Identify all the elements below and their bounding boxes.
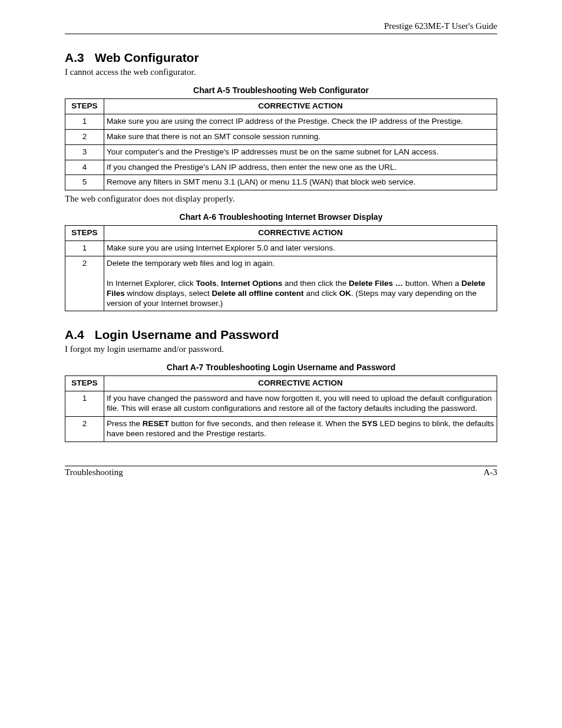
footer: Troubleshooting A-3 <box>65 466 497 477</box>
section-a3-intro: I cannot access the web configurator. <box>65 67 497 77</box>
step-number: 2 <box>65 129 104 144</box>
page: Prestige 623ME-T User's Guide A.3Web Con… <box>0 0 562 728</box>
step-number: 3 <box>65 144 104 160</box>
corrective-action: If you have changed the password and hav… <box>104 391 497 417</box>
corrective-action: Make sure you are using Internet Explore… <box>104 241 497 256</box>
section-a4-heading: A.4Login Username and Password <box>65 328 497 342</box>
section-a4-intro: I forgot my login username and/or passwo… <box>65 344 497 354</box>
step-number: 1 <box>65 391 104 417</box>
chart-a7-table: STEPS CORRECTIVE ACTION 1If you have cha… <box>65 375 497 442</box>
step-number: 2 <box>65 417 104 442</box>
table-header-row: STEPS CORRECTIVE ACTION <box>65 226 497 241</box>
table-header-row: STEPS CORRECTIVE ACTION <box>65 99 497 114</box>
chart-a6-body: 1Make sure you are using Internet Explor… <box>65 241 497 311</box>
corrective-action: If you changed the Prestige's LAN IP add… <box>104 160 497 175</box>
running-head: Prestige 623ME-T User's Guide <box>65 21 497 31</box>
section-a4-title: Login Username and Password <box>95 328 279 341</box>
chart-a5-body: 1Make sure you are using the correct IP … <box>65 114 497 190</box>
col-action: CORRECTIVE ACTION <box>104 226 497 241</box>
table-row: 5Remove any filters in SMT menu 3.1 (LAN… <box>65 175 497 190</box>
step-number: 4 <box>65 160 104 175</box>
col-action: CORRECTIVE ACTION <box>104 99 497 114</box>
section-a3-number: A.3 <box>65 51 84 65</box>
section-a3-postnote: The web configurator does not display pr… <box>65 194 497 204</box>
header-rule <box>65 34 497 34</box>
col-steps: STEPS <box>65 226 104 241</box>
table-row: 3Your computer's and the Prestige's IP a… <box>65 144 497 160</box>
step-number: 1 <box>65 114 104 129</box>
table-row: 2Press the RESET button for five seconds… <box>65 417 497 442</box>
col-action: CORRECTIVE ACTION <box>104 376 497 391</box>
section-a3-heading: A.3Web Configurator <box>65 51 497 65</box>
chart-a5-table: STEPS CORRECTIVE ACTION 1Make sure you a… <box>65 98 497 190</box>
section-a3-title: Web Configurator <box>95 51 199 64</box>
col-steps: STEPS <box>65 376 104 391</box>
footer-rule <box>65 466 497 466</box>
corrective-action: Delete the temporary web files and log i… <box>104 256 497 311</box>
col-steps: STEPS <box>65 99 104 114</box>
table-header-row: STEPS CORRECTIVE ACTION <box>65 376 497 391</box>
corrective-action: Your computer's and the Prestige's IP ad… <box>104 144 497 160</box>
step-number: 1 <box>65 241 104 256</box>
chart-a7-title: Chart A-7 Troubleshooting Login Username… <box>65 363 497 372</box>
corrective-action: Remove any filters in SMT menu 3.1 (LAN)… <box>104 175 497 190</box>
chart-a7-body: 1If you have changed the password and ha… <box>65 391 497 442</box>
corrective-action: Make sure you are using the correct IP a… <box>104 114 497 129</box>
table-row: 4If you changed the Prestige's LAN IP ad… <box>65 160 497 175</box>
footer-right: A-3 <box>484 467 497 477</box>
section-a4-number: A.4 <box>65 328 84 342</box>
footer-left: Troubleshooting <box>65 467 123 477</box>
chart-a6-title: Chart A-6 Troubleshooting Internet Brows… <box>65 212 497 222</box>
corrective-action: Make sure that there is not an SMT conso… <box>104 129 497 144</box>
table-row: 1Make sure you are using the correct IP … <box>65 114 497 129</box>
chart-a5-title: Chart A-5 Troubleshooting Web Configurat… <box>65 85 497 95</box>
table-row: 2Delete the temporary web files and log … <box>65 256 497 311</box>
chart-a6-table: STEPS CORRECTIVE ACTION 1Make sure you a… <box>65 225 497 311</box>
step-number: 2 <box>65 256 104 311</box>
step-number: 5 <box>65 175 104 190</box>
table-row: 2Make sure that there is not an SMT cons… <box>65 129 497 144</box>
corrective-action: Press the RESET button for five seconds,… <box>104 417 497 442</box>
table-row: 1If you have changed the password and ha… <box>65 391 497 417</box>
table-row: 1Make sure you are using Internet Explor… <box>65 241 497 256</box>
